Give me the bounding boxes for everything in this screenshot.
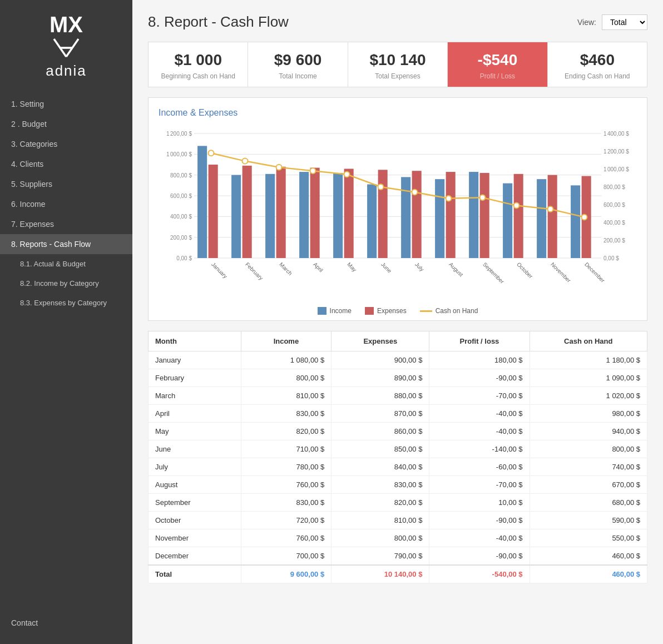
svg-point-67 [412,190,418,195]
cell-profit: -70,00 $ [429,476,530,494]
table-row-total: Total 9 600,00 $ 10 140,00 $ -540,00 $ 4… [149,565,647,583]
svg-point-61 [209,150,214,156]
svg-text:1 200,00 $: 1 200,00 $ [603,148,629,155]
sidebar-item-actual-budget[interactable]: 8.1. Actual & Budget [0,254,132,274]
cell-expenses: 890,00 $ [332,369,429,387]
page-title: 8. Report - Cash Flow [148,13,289,31]
svg-rect-25 [197,146,207,258]
sidebar-item-income-by-category[interactable]: 8.2. Income by Category [0,274,132,293]
cell-income: 820,00 $ [241,423,332,440]
cell-profit: -90,00 $ [429,369,530,387]
cell-cash: 980,00 $ [530,405,647,423]
sidebar: MX adnia 1. Setting 2 . Budget 3. Catego… [0,0,132,644]
svg-text:800,00 $: 800,00 $ [603,184,625,190]
svg-rect-53 [514,174,523,258]
table-row: May 820,00 $ 860,00 $ -40,00 $ 940,00 $ [149,423,647,440]
card-value-profit-loss: -$540 [453,51,541,69]
sidebar-item-expenses[interactable]: 7. Expenses [0,214,132,234]
card-value-total-expenses: $10 140 [354,51,442,69]
cell-total-label: Total [149,565,241,583]
cell-month: March [149,387,241,405]
svg-text:400,00 $: 400,00 $ [170,214,192,220]
sidebar-item-contact[interactable]: Contact [0,613,132,633]
svg-rect-50 [480,173,489,258]
cell-total-cash: 460,00 $ [530,565,647,583]
cell-cash: 800,00 $ [530,440,647,458]
table-row: November 760,00 $ 800,00 $ -40,00 $ 550,… [149,529,647,547]
cell-cash: 1 020,00 $ [530,387,647,405]
chart-legend: Income Expenses Cash on Hand [159,307,637,315]
page-header: 8. Report - Cash Flow View: Total [148,13,647,31]
cell-profit: -90,00 $ [429,547,530,566]
cell-income: 760,00 $ [241,529,332,547]
cell-cash: 680,00 $ [530,494,647,512]
cell-month: October [149,512,241,529]
view-dropdown[interactable]: Total [602,14,647,30]
svg-text:600,00 $: 600,00 $ [603,202,625,208]
table-row: March 810,00 $ 880,00 $ -70,00 $ 1 020,0… [149,387,647,405]
table-row: December 700,00 $ 790,00 $ -90,00 $ 460,… [149,547,647,566]
svg-point-68 [446,196,452,201]
cell-profit: -40,00 $ [429,405,530,423]
sidebar-item-categories[interactable]: 3. Categories [0,134,132,154]
svg-text:May: May [346,261,358,273]
view-control: View: Total [577,14,647,30]
col-profit: Profit / loss [429,331,530,351]
cell-total-expenses: 10 140,00 $ [332,565,429,583]
chart-section: Income & Expenses 0,00 $200,00 $400,00 $… [148,97,647,321]
cell-expenses: 830,00 $ [332,476,429,494]
cell-profit: -90,00 $ [429,512,530,529]
card-ending-cash: $460 Ending Cash on Hand [548,42,647,87]
table-row: April 830,00 $ 870,00 $ -40,00 $ 980,00 … [149,405,647,423]
col-income: Income [241,331,332,351]
cell-total-profit: -540,00 $ [429,565,530,583]
cell-expenses: 800,00 $ [332,529,429,547]
col-expenses: Expenses [332,331,429,351]
cell-income: 710,00 $ [241,440,332,458]
svg-text:0,00 $: 0,00 $ [603,255,619,261]
svg-rect-41 [378,170,388,258]
cell-total-income: 9 600,00 $ [241,565,332,583]
svg-rect-38 [344,169,354,258]
sidebar-item-budget[interactable]: 2 . Budget [0,114,132,134]
table-row: September 830,00 $ 820,00 $ 10,00 $ 680,… [149,494,647,512]
sidebar-item-setting[interactable]: 1. Setting [0,94,132,114]
svg-rect-58 [571,185,580,258]
svg-text:July: July [414,261,425,273]
svg-text:January: January [210,261,229,280]
sidebar-item-expenses-by-category[interactable]: 8.3. Expenses by Category [0,293,132,313]
svg-rect-37 [333,173,343,258]
legend-cash-icon [420,310,432,312]
cell-month: February [149,369,241,387]
svg-rect-46 [435,179,444,258]
view-label: View: [577,18,596,27]
svg-text:September: September [482,261,506,285]
legend-expenses: Expenses [365,307,407,315]
sidebar-item-suppliers[interactable]: 5. Suppliers [0,174,132,194]
cell-cash: 1 180,00 $ [530,351,647,369]
svg-rect-28 [231,175,241,258]
sidebar-item-income[interactable]: 6. Income [0,194,132,214]
sidebar-item-clients[interactable]: 4. Clients [0,154,132,174]
cell-income: 830,00 $ [241,405,332,423]
svg-point-62 [243,158,248,164]
chart-title: Income & Expenses [159,108,637,118]
svg-point-65 [344,172,350,177]
legend-income-label: Income [330,307,352,315]
card-label-total-income: Total Income [254,72,342,80]
cell-income: 780,00 $ [241,458,332,476]
svg-text:1 200,00 $: 1 200,00 $ [166,131,192,137]
cell-profit: 180,00 $ [429,351,530,369]
table-row: August 760,00 $ 830,00 $ -70,00 $ 670,00… [149,476,647,494]
svg-rect-29 [243,166,252,258]
table-row: February 800,00 $ 890,00 $ -90,00 $ 1 09… [149,369,647,387]
cell-income: 800,00 $ [241,369,332,387]
svg-rect-49 [469,172,478,258]
cell-income: 810,00 $ [241,387,332,405]
col-cash: Cash on Hand [530,331,647,351]
cell-income: 700,00 $ [241,547,332,566]
sidebar-item-reports-cash-flow[interactable]: 8. Reports - Cash Flow [0,234,132,254]
svg-point-63 [276,165,282,170]
cell-income: 720,00 $ [241,512,332,529]
card-label-beginning-cash: Beginning Cash on Hand [154,72,242,80]
